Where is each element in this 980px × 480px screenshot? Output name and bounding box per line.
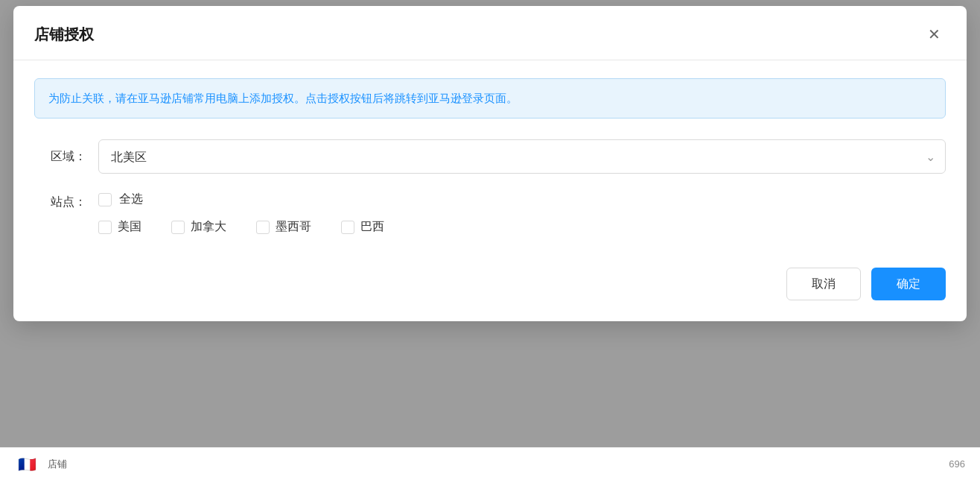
site-item-canada: 加拿大: [171, 219, 226, 235]
site-item-mexico: 墨西哥: [256, 219, 311, 235]
site-item-usa: 美国: [98, 219, 141, 235]
sites-label: 站点：: [34, 192, 86, 210]
sites-content: 全选 美国 加拿大 墨西哥: [98, 192, 946, 235]
bottom-right-text: 696: [949, 458, 965, 470]
sites-row: 站点： 全选 美国 加拿大: [34, 192, 946, 235]
cancel-button[interactable]: 取消: [786, 268, 861, 300]
dialog-header: 店铺授权 ✕: [13, 6, 967, 60]
region-select-wrapper: 北美区 欧洲区 亚太区 日本区 ⌄: [98, 139, 946, 174]
bottom-bar: 🇫🇷 店铺 696: [0, 447, 980, 480]
usa-label[interactable]: 美国: [118, 219, 141, 235]
canada-checkbox[interactable]: [171, 221, 185, 234]
dialog-body: 为防止关联，请在亚马逊店铺常用电脑上添加授权。点击授权按钮后将跳转到亚马逊登录页…: [13, 60, 967, 253]
close-icon: ✕: [928, 25, 941, 43]
usa-checkbox[interactable]: [98, 221, 112, 234]
region-row: 区域： 北美区 欧洲区 亚太区 日本区 ⌄: [34, 139, 946, 174]
dialog-title: 店铺授权: [34, 25, 94, 45]
region-select[interactable]: 北美区 欧洲区 亚太区 日本区: [98, 139, 946, 174]
select-all-row: 全选: [98, 192, 946, 207]
brazil-label[interactable]: 巴西: [360, 219, 384, 235]
canada-label[interactable]: 加拿大: [191, 219, 226, 235]
dialog-container: 店铺授权 ✕ 为防止关联，请在亚马逊店铺常用电脑上添加授权。点击授权按钮后将跳转…: [13, 6, 967, 321]
flag-icon: 🇫🇷: [15, 456, 39, 473]
mexico-checkbox[interactable]: [256, 221, 270, 234]
mexico-label[interactable]: 墨西哥: [276, 219, 311, 235]
select-all-checkbox[interactable]: [98, 193, 112, 206]
brazil-checkbox[interactable]: [341, 221, 354, 234]
close-button[interactable]: ✕: [922, 22, 946, 46]
notice-banner: 为防止关联，请在亚马逊店铺常用电脑上添加授权。点击授权按钮后将跳转到亚马逊登录页…: [34, 78, 946, 119]
sites-list: 美国 加拿大 墨西哥 巴西: [98, 219, 946, 235]
site-item-brazil: 巴西: [341, 219, 384, 235]
dialog-footer: 取消 确定: [13, 253, 967, 321]
select-all-label[interactable]: 全选: [119, 192, 143, 207]
region-label: 区域：: [34, 149, 86, 165]
confirm-button[interactable]: 确定: [871, 268, 946, 300]
store-label: 店铺: [48, 458, 67, 471]
notice-text: 为防止关联，请在亚马逊店铺常用电脑上添加授权。点击授权按钮后将跳转到亚马逊登录页…: [48, 92, 518, 104]
